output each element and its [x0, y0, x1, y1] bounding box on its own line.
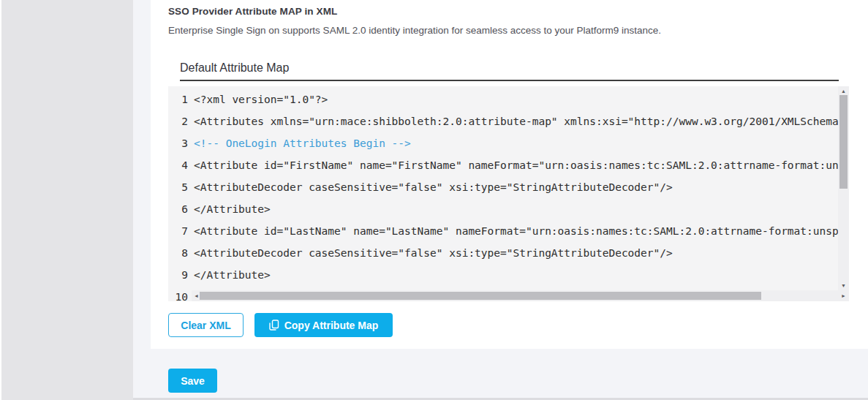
code-line: 4 <Attribute id="FirstName" name="FirstN…: [168, 154, 838, 176]
sso-settings-page: SSO Provider Attribute MAP in XML Enterp…: [0, 0, 868, 400]
line-code: <Attribute id="FirstName" name="FirstNam…: [194, 159, 838, 171]
line-number: 6: [168, 203, 188, 215]
horizontal-scrollbar[interactable]: ◄ ►: [192, 290, 849, 301]
scroll-right-icon[interactable]: ►: [839, 290, 848, 301]
line-code: <Attributes xmlns="urn:mace:shibboleth:2…: [194, 116, 838, 127]
code-line: 9 </Attribute>: [168, 264, 838, 286]
horizontal-scrollbar-thumb[interactable]: [200, 292, 761, 300]
code-line: 5 <AttributeDecoder caseSensitive="false…: [168, 176, 838, 198]
line-number: 5: [168, 181, 188, 193]
vertical-scrollbar-thumb[interactable]: [839, 95, 848, 189]
line-number: 1: [168, 94, 188, 105]
line-number: 3: [168, 137, 188, 149]
code-line: 8 <AttributeDecoder caseSensitive="false…: [168, 242, 838, 264]
code-lines: 1 <?xml version="1.0"?> 2 <Attributes xm…: [168, 88, 838, 308]
scroll-down-icon[interactable]: ▼: [838, 281, 849, 290]
attribute-map-label: Default Attribute Map: [180, 61, 289, 75]
copy-attribute-map-label: Copy Attribute Map: [284, 320, 379, 331]
line-number: 10: [168, 291, 188, 303]
copy-icon: [269, 320, 279, 331]
code-line: 7 <Attribute id="LastName" name="LastNam…: [168, 220, 838, 242]
code-line: 1 <?xml version="1.0"?>: [168, 88, 838, 110]
code-line: 6 </Attribute>: [168, 198, 838, 220]
line-number: 7: [168, 225, 188, 237]
clear-xml-button[interactable]: Clear XML: [168, 313, 244, 337]
line-code: <AttributeDecoder caseSensitive="false" …: [194, 181, 838, 193]
code-line: 2 <Attributes xmlns="urn:mace:shibboleth…: [168, 110, 838, 132]
line-code: </Attribute>: [194, 203, 838, 215]
clear-xml-label: Clear XML: [181, 320, 230, 331]
sidebar: [1, 0, 133, 400]
section-title: SSO Provider Attribute MAP in XML: [168, 6, 337, 17]
line-code: </Attribute>: [194, 269, 838, 281]
line-number: 8: [168, 247, 188, 259]
line-code: <AttributeDecoder caseSensitive="false" …: [194, 247, 838, 259]
save-button[interactable]: Save: [168, 369, 217, 393]
line-number: 4: [168, 159, 188, 171]
sso-card: SSO Provider Attribute MAP in XML Enterp…: [151, 0, 868, 349]
section-description: Enterprise Single Sign on supports SAML …: [168, 25, 661, 36]
vertical-scrollbar[interactable]: ▲ ▼: [838, 86, 849, 290]
line-code: <?xml version="1.0"?>: [194, 94, 838, 105]
save-label: Save: [181, 375, 205, 387]
line-code: <Attribute id="LastName" name="LastName"…: [194, 225, 838, 237]
line-code: <!-- OneLogin Attributes Begin -->: [194, 137, 838, 149]
line-number: 9: [168, 269, 188, 281]
xml-code-editor[interactable]: 1 <?xml version="1.0"?> 2 <Attributes xm…: [168, 86, 849, 301]
copy-attribute-map-button[interactable]: Copy Attribute Map: [254, 313, 393, 337]
attribute-map-underline: [180, 80, 839, 81]
line-number: 2: [168, 116, 188, 127]
code-line-comment: 3 <!-- OneLogin Attributes Begin -->: [168, 132, 838, 154]
